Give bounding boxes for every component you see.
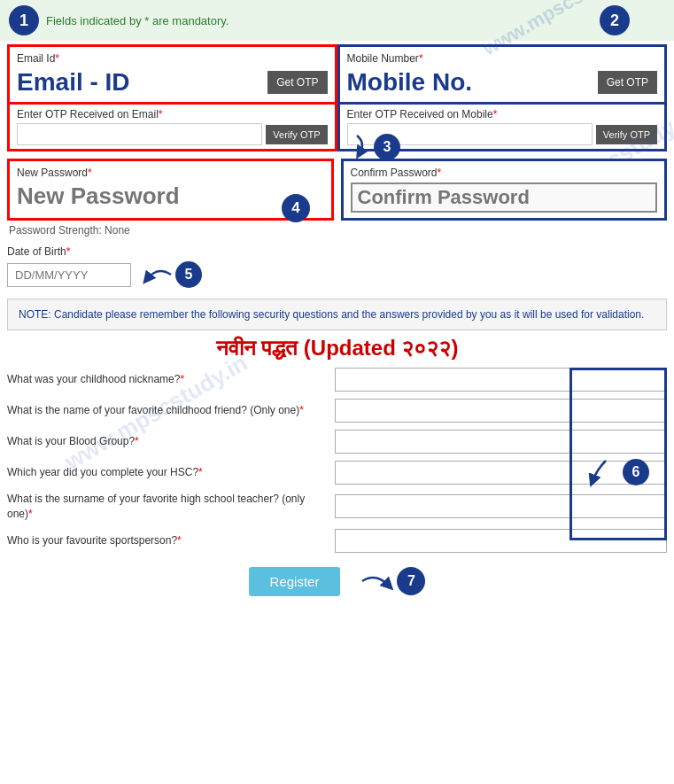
confirm-password-label: Confirm Password* [351,167,658,179]
sq-question-4: Which year did you complete your HSC?* [7,465,326,480]
dob-input[interactable] [7,263,131,287]
circle-4-wrap: 4 [282,194,310,222]
sq-answer-6[interactable] [335,529,667,553]
sq-question-1: What was your childhood nickname?* [7,372,326,387]
sq-question-5: What is the surname of your favorite hig… [7,492,326,522]
email-column: Email Id* Email - ID Get OTP [7,44,337,105]
email-otp-input-row: Verify OTP [17,123,328,145]
email-get-otp-button[interactable]: Get OTP [267,71,327,94]
mobile-label: Mobile Number* [347,52,658,65]
password-section-wrapper: 3 New Password* Confirm Password* 4 [7,159,667,221]
sq-row-4: Which year did you complete your HSC?* [7,461,667,485]
dob-section: Date of Birth* 5 [7,245,667,288]
sq-question-6: Who is your favourite sportsperson?* [7,533,326,548]
mobile-otp-label: Enter OTP Received on Mobile* [347,108,658,120]
register-button[interactable]: Register [249,567,341,596]
sq-row-3: What is your Blood Group?* [7,430,667,454]
password-strength: Password Strength: None [7,224,667,237]
circle-3: 3 [374,134,400,160]
sq-answer-1[interactable] [335,368,667,392]
sq-row-1: What was your childhood nickname?* [7,368,667,392]
sq-answer-5[interactable] [335,494,667,518]
circle-4: 4 [282,194,310,222]
security-questions-list: What was your childhood nickname?* What … [7,368,667,553]
sq-question-3: What is your Blood Group?* [7,434,326,449]
circle-6: 6 [623,459,649,485]
arrow-5-icon [140,261,175,288]
password-row: New Password* Confirm Password* [7,159,667,221]
sq-row-2: What is the name of your favorite childh… [7,399,667,423]
circle-5-wrap: 5 [140,261,202,288]
new-password-input[interactable] [17,182,324,210]
circle-7: 7 [397,567,425,595]
circle-1: 1 [9,5,39,35]
security-questions-section: 6 What was your childhood nickname?* Wha… [7,368,667,553]
dob-input-row: 5 [7,261,667,288]
circle-3-wrap: 3 [344,134,400,160]
mobile-big-label: Mobile No. [347,68,594,97]
arrow-7-icon [358,568,393,594]
sq-answer-3[interactable] [335,430,667,454]
arrow-3-icon [344,134,370,160]
confirm-password-input[interactable] [351,182,658,213]
sq-answer-2[interactable] [335,399,667,423]
email-otp-column: Enter OTP Received on Email* Verify OTP [7,105,337,151]
top-bar: 1 Fields indicated by * are mandatory. w… [0,0,674,41]
new-password-label: New Password* [17,167,324,179]
circle-5: 5 [175,261,202,288]
mobile-get-otp-button[interactable]: Get OTP [598,71,657,94]
register-section: Register 7 [7,567,667,596]
sq-row-5: What is the surname of your favorite hig… [7,492,667,522]
mobile-input-row: Mobile No. Get OTP [347,68,658,97]
mandatory-text: Fields indicated by * are mandatory. [46,14,229,27]
mobile-column: Mobile Number* Mobile No. Get OTP [337,44,668,105]
email-verify-button[interactable]: Verify OTP [266,125,327,144]
sq-row-6: Who is your favourite sportsperson?* [7,529,667,553]
otp-section: Enter OTP Received on Email* Verify OTP … [7,105,667,151]
email-mobile-section: Email Id* Email - ID Get OTP Mobile Numb… [7,44,667,105]
arrow-6-icon [588,456,619,487]
confirm-password-column: Confirm Password* [341,159,668,221]
email-otp-input[interactable] [17,123,262,145]
circle-2: 2 [600,5,630,35]
circle-6-wrap: 6 [588,456,649,487]
mobile-verify-button[interactable]: Verify OTP [596,125,657,144]
email-big-label: Email - ID [17,68,264,97]
dob-label: Date of Birth* [7,245,667,258]
circle-7-wrap: 7 [358,567,425,595]
email-input-row: Email - ID Get OTP [17,68,328,97]
main-form: www.mpscstudy.in www.mpscstudy.in Email … [0,44,674,596]
hindi-heading: नवीन पद्धत (Updated २०२२) [7,336,667,361]
sq-question-2: What is the name of your favorite childh… [7,403,326,418]
email-otp-label: Enter OTP Received on Email* [17,108,328,120]
email-label: Email Id* [17,52,328,65]
note-box: NOTE: Candidate please remember the foll… [7,299,667,330]
